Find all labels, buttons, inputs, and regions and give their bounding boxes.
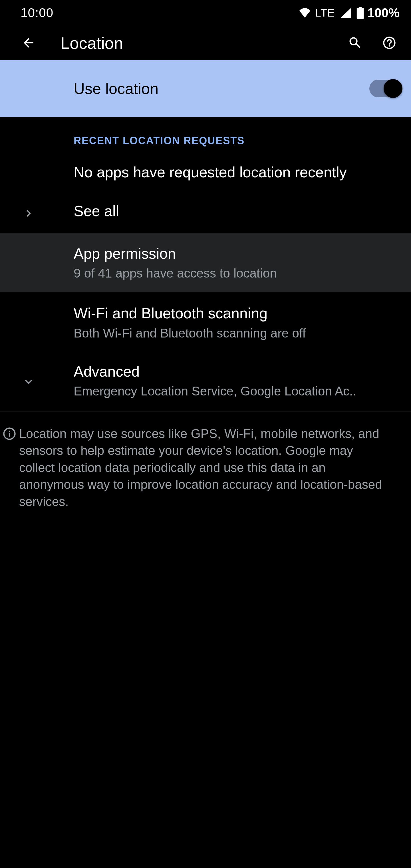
search-icon [348,35,362,50]
back-button[interactable] [17,31,40,54]
help-circle-icon [382,35,397,50]
advanced-title: Advanced [74,363,402,380]
app-bar: Location [0,26,411,60]
use-location-row[interactable]: Use location [0,60,411,117]
scanning-subtitle: Both Wi-Fi and Bluetooth scanning are of… [74,325,402,341]
use-location-label: Use location [74,80,369,97]
page-title: Location [61,33,323,53]
see-all-label: See all [74,202,402,220]
advanced-subtitle: Emergency Location Service, Google Locat… [74,383,402,399]
arrow-left-icon [22,36,36,50]
info-text: Location may use sources like GPS, Wi-Fi… [19,425,401,510]
app-permission-title: App permission [74,245,402,262]
advanced-row[interactable]: Advanced Emergency Location Service, Goo… [0,353,411,411]
help-button[interactable] [378,31,401,54]
scanning-title: Wi-Fi and Bluetooth scanning [74,304,402,322]
cellular-signal-icon [340,8,351,18]
use-location-switch[interactable] [369,80,401,97]
app-permission-row[interactable]: App permission 9 of 41 apps have access … [0,233,411,292]
info-icon [2,426,17,510]
switch-knob [384,79,403,98]
app-permission-subtitle: 9 of 41 apps have access to location [74,265,402,281]
network-type-label: LTE [315,7,335,19]
scanning-row[interactable]: Wi-Fi and Bluetooth scanning Both Wi-Fi … [0,292,411,352]
wifi-icon [299,8,311,18]
search-button[interactable] [344,31,367,54]
section-heading-recent: RECENT LOCATION REQUESTS [0,117,411,155]
recent-requests-empty: No apps have requested location recently [0,155,411,194]
recent-requests-empty-text: No apps have requested location recently [74,163,402,181]
see-all-row[interactable]: See all [0,194,411,232]
chevron-right-icon [17,202,40,225]
info-row: Location may use sources like GPS, Wi-Fi… [0,411,411,521]
status-bar: 10:00 LTE 100% [0,0,411,26]
battery-icon [356,7,364,19]
battery-percent: 100% [367,6,400,20]
chevron-down-icon [17,370,40,393]
status-indicators: LTE 100% [299,6,400,20]
status-time: 10:00 [21,6,53,20]
